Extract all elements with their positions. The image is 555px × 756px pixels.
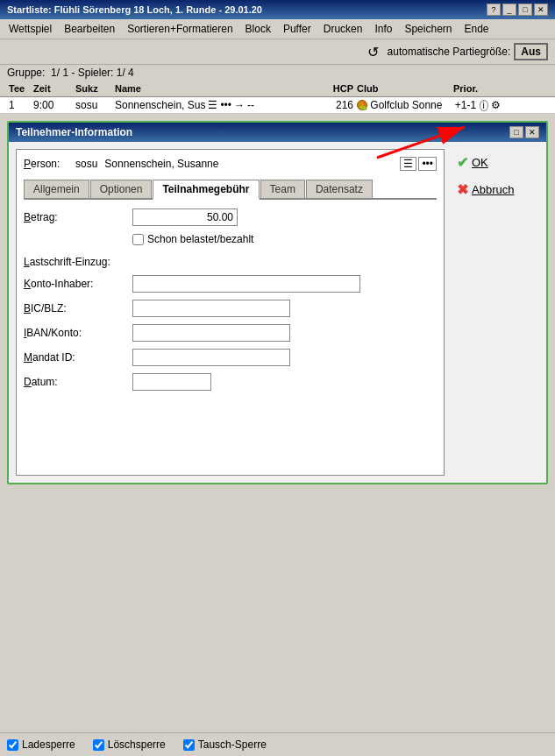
table-row: 1 9:00 sosu Sonnenschein, Sus ☰ ••• → --… <box>0 97 555 114</box>
mandat-label: Mandat ID: <box>24 351 129 364</box>
dialog-min-button[interactable]: □ <box>509 126 523 138</box>
checkbox-row: Schon belastet/bezahlt <box>132 233 437 245</box>
tab-optionen[interactable]: Optionen <box>90 180 153 198</box>
dialog-left-panel: Person: sosu Sonnenschein, Susanne ☰ •••… <box>16 149 445 476</box>
datum-input[interactable] <box>132 373 211 391</box>
betrag-input[interactable] <box>132 208 238 226</box>
table-header: Tee Zeit Sukz Name HCP Club Prior. <box>0 81 555 97</box>
col-prior: Prior. <box>452 82 504 95</box>
ladesperre-checkbox[interactable] <box>7 739 18 751</box>
konto-inhaber-row: Konto-Inhaber: <box>24 275 437 293</box>
konto-inhaber-input[interactable] <box>132 275 360 293</box>
menu-drucken[interactable]: Drucken <box>318 21 368 37</box>
cell-zeit: 9:00 <box>32 98 74 112</box>
ladesperre-check: Ladesperre <box>7 738 75 751</box>
menu-block[interactable]: Block <box>240 21 276 37</box>
arrow-icon[interactable]: → <box>234 99 245 111</box>
more-icon[interactable]: ••• <box>220 99 231 111</box>
cell-name: Sonnenschein, Sus ☰ ••• → -- <box>113 98 302 112</box>
close-button[interactable]: ✕ <box>534 4 548 16</box>
auto-size-label: automatische Partiegröße: <box>388 46 511 58</box>
bic-blz-label: BIC/BLZ: <box>24 302 129 314</box>
schon-belastet-checkbox[interactable] <box>132 234 144 245</box>
person-code: sosu <box>75 158 97 170</box>
person-list-icon[interactable]: ☰ <box>400 157 416 171</box>
dialog-right-panel: ✔ OK ✖ Abbruch <box>452 149 539 476</box>
cell-sukz: sosu <box>74 98 113 112</box>
tab-allgemein[interactable]: Allgemein <box>24 180 89 198</box>
ok-label: OK <box>472 156 488 169</box>
title-bar: Startliste: Flühli Sörenberg 18 Loch, 1.… <box>0 0 555 19</box>
lastschrift-label: Lastschrift-Einzug: <box>24 256 129 268</box>
datum-label: Datum: <box>24 376 129 388</box>
group-info: Gruppe: 1/ 1 - Spieler: 1/ 4 <box>0 65 555 81</box>
loschsperre-checkbox[interactable] <box>93 739 104 751</box>
abbruch-label: Abbruch <box>472 183 514 196</box>
abbruch-button[interactable]: ✖ Abbruch <box>452 180 539 200</box>
tab-bar: Allgemein Optionen Teilnahmegebühr Team … <box>24 180 437 200</box>
tab-team[interactable]: Team <box>260 180 305 198</box>
club-icon: ⛳ <box>357 100 367 110</box>
info-icon[interactable]: i <box>480 100 488 111</box>
betrag-row: Betrag: <box>24 208 437 226</box>
ok-button[interactable]: ✔ OK <box>452 152 539 173</box>
bic-blz-input[interactable] <box>132 300 290 317</box>
bic-blz-row: BIC/BLZ: <box>24 300 437 317</box>
x-icon: ✖ <box>457 181 468 198</box>
tausch-sperre-check: Tausch-Sperre <box>183 738 267 751</box>
tab-teilnahmegebuhr[interactable]: Teilnahmegebühr <box>153 180 259 200</box>
col-zeit: Zeit <box>32 82 74 95</box>
dialog-body: Person: sosu Sonnenschein, Susanne ☰ •••… <box>9 142 546 483</box>
minimize-button[interactable]: _ <box>502 4 516 16</box>
main-content: Teilnehmer-Information □ ✕ Person: sosu … <box>0 114 555 597</box>
aus-button[interactable]: Aus <box>514 43 548 60</box>
cell-tee: 1 <box>7 98 32 112</box>
menu-info[interactable]: Info <box>369 21 397 37</box>
lastschrift-row: Lastschrift-Einzug: <box>24 256 437 268</box>
schon-belastet-label: Schon belastet/bezahlt <box>147 233 253 245</box>
col-tee: Tee <box>7 82 32 95</box>
window-controls: ? _ □ ✕ <box>487 4 548 16</box>
loschsperre-check: Löschsperre <box>93 738 166 751</box>
help-button[interactable]: ? <box>487 4 501 16</box>
col-sukz: Sukz <box>74 82 113 95</box>
teilnehmer-dialog: Teilnehmer-Information □ ✕ Person: sosu … <box>7 121 548 484</box>
dialog-controls: □ ✕ <box>509 126 539 138</box>
datum-row: Datum: <box>24 373 437 391</box>
col-club: Club <box>355 82 452 95</box>
list-icon[interactable]: ☰ <box>208 99 217 111</box>
menu-wettspiel[interactable]: Wettspiel <box>4 21 57 37</box>
maximize-button[interactable]: □ <box>518 4 532 16</box>
menu-puffer[interactable]: Puffer <box>278 21 317 37</box>
spacer <box>24 398 437 468</box>
person-name: Sonnenschein, Susanne <box>104 158 396 170</box>
below-dialog-space <box>7 488 548 593</box>
ladesperre-label: Ladesperre <box>22 738 75 751</box>
dialog-close-button[interactable]: ✕ <box>525 126 539 138</box>
menu-bearbeiten[interactable]: Bearbeiten <box>59 21 120 37</box>
betrag-label: Betrag: <box>24 211 129 223</box>
mandat-input[interactable] <box>132 349 290 366</box>
loschsperre-label: Löschsperre <box>108 738 166 751</box>
tausch-sperre-checkbox[interactable] <box>183 739 195 751</box>
tausch-sperre-label: Tausch-Sperre <box>198 738 267 751</box>
person-label: Person: <box>24 158 72 170</box>
tab-datensatz[interactable]: Datensatz <box>306 180 373 198</box>
cell-hcp: 216 <box>302 98 355 112</box>
iban-input[interactable] <box>132 324 290 342</box>
person-more-icon[interactable]: ••• <box>418 157 437 171</box>
menu-ende[interactable]: Ende <box>459 21 494 37</box>
menu-speichern[interactable]: Speichern <box>399 21 457 37</box>
iban-label: IBAN/Konto: <box>24 327 129 339</box>
window-title: Startliste: Flühli Sörenberg 18 Loch, 1.… <box>7 4 262 15</box>
iban-row: IBAN/Konto: <box>24 324 437 342</box>
bottom-bar: Ladesperre Löschsperre Tausch-Sperre <box>0 732 555 756</box>
dialog-title: Teilnehmer-Information <box>16 126 132 138</box>
check-icon: ✔ <box>457 154 468 171</box>
undo-button[interactable]: ↺ <box>367 44 379 60</box>
cell-prior: +1-1 i ⚙ <box>452 98 504 112</box>
menu-sortieren[interactable]: Sortieren+Formatieren <box>122 21 238 37</box>
menu-bar: Wettspiel Bearbeiten Sortieren+Formatier… <box>0 19 555 39</box>
person-icons: ☰ ••• <box>400 157 437 171</box>
settings-icon[interactable]: ⚙ <box>491 99 501 111</box>
